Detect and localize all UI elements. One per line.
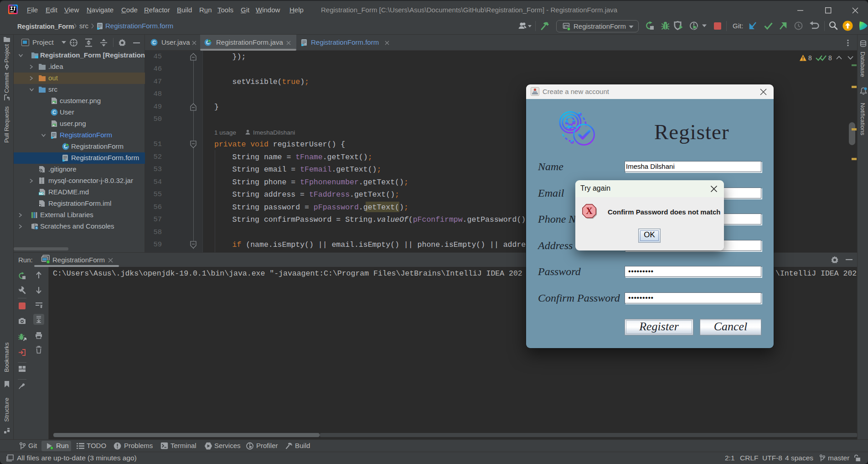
svg-text:C: C: [152, 40, 156, 45]
svg-text:X: X: [586, 206, 593, 216]
svg-text:C: C: [52, 109, 56, 115]
svg-text:MD: MD: [39, 192, 43, 195]
